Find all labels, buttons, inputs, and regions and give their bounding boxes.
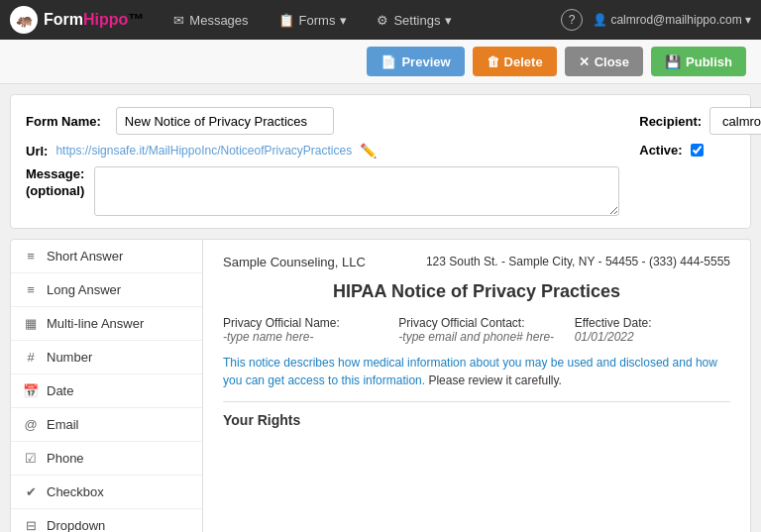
sidebar-item-label: Long Answer — [47, 282, 121, 297]
company-name: Sample Counseling, LLC — [223, 255, 366, 269]
active-checkbox[interactable] — [691, 144, 704, 157]
privacy-contact-label: Privacy Official Contact: — [398, 316, 554, 330]
logo-icon: 🦛 — [10, 6, 38, 34]
effective-date-value: 01/01/2022 — [575, 330, 730, 344]
form-name-input[interactable] — [116, 107, 334, 135]
publish-icon: 💾 — [665, 54, 681, 69]
privacy-contact-field: Privacy Official Contact: -type email an… — [398, 316, 554, 344]
sidebar-item-number[interactable]: # Number — [11, 341, 202, 374]
divider — [223, 401, 730, 402]
action-bar: 📄 Preview 🗑 Delete ✕ Close 💾 Publish — [0, 40, 761, 84]
sidebar-item-date[interactable]: 📅 Date — [11, 374, 202, 408]
preview-button[interactable]: 📄 Preview — [367, 47, 464, 76]
date-icon: 📅 — [23, 383, 39, 398]
forms-icon: 📋 — [278, 13, 294, 28]
message-label: Message: (optional) — [26, 166, 84, 200]
active-row: Active: — [639, 143, 761, 158]
sidebar-item-label: Email — [47, 417, 79, 432]
long-answer-icon: ≡ — [23, 282, 39, 297]
form-config-panel: Form Name: Url: https://signsafe.it/Mail… — [10, 94, 751, 229]
effective-date-label: Effective Date: — [575, 316, 730, 330]
publish-button[interactable]: 💾 Publish — [651, 47, 746, 76]
email-icon: @ — [23, 417, 39, 432]
top-navigation: 🦛 FormHippo™ ✉ Messages 📋 Forms ▾ ⚙ Sett… — [0, 0, 761, 40]
checkbox-icon: ✔ — [23, 484, 39, 499]
multiline-answer-icon: ▦ — [23, 316, 39, 331]
message-textarea[interactable] — [94, 166, 619, 216]
nav-messages[interactable]: ✉ Messages — [163, 0, 258, 40]
preview-header: Sample Counseling, LLC 123 South St. - S… — [223, 255, 730, 269]
form-url-link[interactable]: https://signsafe.it/MailHippoInc/Noticeo… — [55, 144, 352, 158]
active-label: Active: — [639, 143, 682, 158]
recipient-select[interactable]: calmrod@mailhippo.com — [709, 107, 761, 135]
url-label: Url: — [26, 144, 48, 159]
form-name-row: Form Name: — [26, 107, 619, 135]
number-icon: # — [23, 350, 39, 365]
phone-icon: ☑ — [23, 451, 39, 466]
sidebar-item-label: Phone — [47, 451, 84, 466]
delete-button[interactable]: 🗑 Delete — [473, 47, 557, 76]
your-rights-title: Your Rights — [223, 412, 730, 428]
sidebar-item-label: Checkbox — [47, 484, 104, 499]
sidebar-item-phone[interactable]: ☑ Phone — [11, 442, 202, 476]
sidebar-item-label: Short Answer — [47, 249, 123, 264]
short-answer-icon: ≡ — [23, 249, 39, 264]
privacy-official-field: Privacy Official Name: -type name here- — [223, 316, 379, 344]
privacy-official-label: Privacy Official Name: — [223, 316, 379, 330]
sidebar-item-label: Number — [47, 350, 92, 365]
recipient-row: Recipient: calmrod@mailhippo.com — [639, 107, 761, 135]
sidebar-item-label: Date — [47, 383, 73, 398]
sidebar-item-short-answer[interactable]: ≡ Short Answer — [11, 240, 202, 273]
form-preview-area: Sample Counseling, LLC 123 South St. - S… — [203, 239, 751, 532]
privacy-fields: Privacy Official Name: -type name here- … — [223, 316, 730, 344]
close-icon: ✕ — [579, 54, 590, 69]
url-row: Url: https://signsafe.it/MailHippoInc/No… — [26, 143, 619, 159]
main-area: ≡ Short Answer ≡ Long Answer ▦ Multi-lin… — [10, 239, 751, 532]
close-button[interactable]: ✕ Close — [565, 47, 643, 76]
logo: 🦛 FormHippo™ — [10, 6, 144, 34]
nav-forms[interactable]: 📋 Forms ▾ — [269, 0, 358, 40]
sidebar-item-checkbox[interactable]: ✔ Checkbox — [11, 476, 202, 509]
effective-date-field: Effective Date: 01/01/2022 — [575, 316, 730, 344]
privacy-official-value: -type name here- — [223, 330, 379, 344]
forms-chevron-icon: ▾ — [340, 13, 347, 28]
sidebar: ≡ Short Answer ≡ Long Answer ▦ Multi-lin… — [10, 239, 203, 532]
messages-icon: ✉ — [173, 13, 184, 28]
preview-icon: 📄 — [380, 54, 396, 69]
sidebar-item-email[interactable]: @ Email — [11, 408, 202, 442]
sidebar-item-label: Multi-line Answer — [47, 316, 144, 331]
user-icon: 👤 — [593, 13, 607, 27]
edit-url-icon[interactable]: ✏️ — [360, 143, 377, 159]
message-row: Message: (optional) — [26, 166, 619, 216]
company-address: 123 South St. - Sample City, NY - 54455 … — [426, 255, 730, 268]
user-menu[interactable]: 👤 calmrod@mailhippo.com ▾ — [593, 13, 751, 27]
form-title: HIPAA Notice of Privacy Practices — [223, 281, 730, 302]
help-button[interactable]: ? — [561, 9, 583, 31]
sidebar-item-dropdown[interactable]: ⊟ Dropdown — [11, 509, 202, 532]
sidebar-item-long-answer[interactable]: ≡ Long Answer — [11, 273, 202, 307]
privacy-notice: This notice describes how medical inform… — [223, 354, 730, 389]
nav-settings[interactable]: ⚙ Settings ▾ — [367, 0, 462, 40]
sidebar-item-label: Dropdown — [47, 518, 105, 532]
nav-right-area: ? 👤 calmrod@mailhippo.com ▾ — [561, 9, 751, 31]
user-chevron-icon: ▾ — [745, 13, 751, 27]
logo-text: FormHippo™ — [44, 11, 144, 29]
recipient-label: Recipient: — [639, 114, 702, 129]
dropdown-icon: ⊟ — [23, 518, 39, 532]
privacy-notice-black-text: Please review it carefully. — [425, 373, 562, 387]
delete-icon: 🗑 — [487, 54, 499, 69]
sidebar-item-multiline-answer[interactable]: ▦ Multi-line Answer — [11, 307, 202, 341]
settings-icon: ⚙ — [377, 13, 388, 28]
form-name-label: Form Name: — [26, 114, 101, 129]
settings-chevron-icon: ▾ — [445, 13, 452, 28]
privacy-contact-value: -type email and phone# here- — [398, 330, 554, 344]
